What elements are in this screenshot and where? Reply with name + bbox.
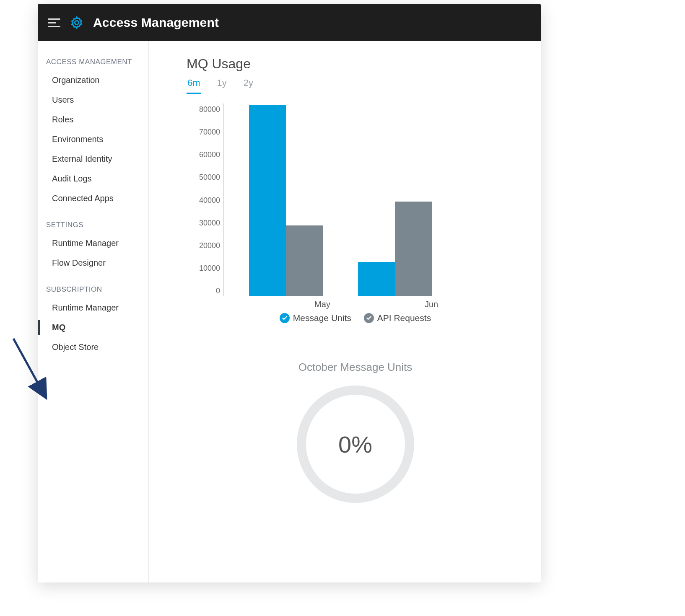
bar	[395, 202, 432, 296]
sidebar-section-settings: SETTINGS	[38, 216, 148, 233]
sidebar-item-label: MQ	[52, 323, 65, 332]
tab-label: 1y	[217, 78, 227, 88]
gear-icon[interactable]	[70, 16, 84, 30]
sidebar-item-audit-logs[interactable]: Audit Logs	[38, 169, 148, 189]
y-tick-label: 70000	[199, 128, 220, 137]
chart-legend: Message Units API Requests	[187, 313, 524, 323]
gauge-value: 0%	[338, 431, 372, 458]
usage-bar-chart: 0100002000030000400005000060000700008000…	[187, 104, 524, 309]
bar	[286, 225, 323, 296]
sidebar-item-label: External Identity	[52, 154, 112, 163]
sidebar-item-label: Environments	[52, 135, 103, 144]
check-circle-icon	[280, 313, 290, 323]
bar-group	[249, 105, 329, 296]
menu-icon[interactable]	[48, 18, 60, 27]
y-tick-label: 50000	[199, 173, 220, 182]
legend-item-api-requests[interactable]: API Requests	[364, 313, 431, 323]
legend-label: Message Units	[293, 313, 351, 323]
sidebar-item-connected-apps[interactable]: Connected Apps	[38, 189, 148, 208]
sidebar-item-roles[interactable]: Roles	[38, 110, 148, 129]
tab-6m[interactable]: 6m	[187, 76, 201, 94]
y-tick-label: 20000	[199, 241, 220, 250]
chart-plot-area	[223, 104, 524, 296]
sidebar-item-runtime-manager-subscription[interactable]: Runtime Manager	[38, 298, 148, 318]
page-title: MQ Usage	[187, 56, 524, 72]
tab-1y[interactable]: 1y	[216, 76, 228, 94]
sidebar-item-label: Connected Apps	[52, 194, 114, 203]
tab-label: 6m	[187, 78, 200, 88]
bar	[358, 262, 395, 296]
y-tick-label: 60000	[199, 150, 220, 159]
gauge-title: October Message Units	[187, 361, 524, 374]
sidebar-item-label: Organization	[52, 75, 99, 85]
main-content: MQ Usage 6m 1y 2y 0100002000030000400005…	[149, 41, 541, 582]
svg-point-0	[75, 21, 78, 24]
app-title: Access Management	[93, 16, 219, 30]
sidebar-item-users[interactable]: Users	[38, 90, 148, 110]
app-window: Access Management ACCESS MANAGEMENT Orga…	[38, 4, 541, 582]
sidebar-section-access-management: ACCESS MANAGEMENT	[38, 53, 148, 70]
y-tick-label: 40000	[199, 196, 220, 204]
time-range-tabs: 6m 1y 2y	[187, 76, 524, 94]
usage-gauge: 0%	[297, 386, 414, 503]
sidebar: ACCESS MANAGEMENT Organization Users Rol…	[38, 41, 149, 582]
y-tick-label: 10000	[199, 264, 220, 272]
y-tick-label: 30000	[199, 218, 220, 227]
y-tick-label: 0	[216, 287, 220, 295]
tab-2y[interactable]: 2y	[243, 76, 254, 94]
app-header: Access Management	[38, 4, 541, 41]
sidebar-item-label: Audit Logs	[52, 174, 92, 183]
chart-y-axis: 0100002000030000400005000060000700008000…	[187, 104, 223, 300]
gauge-section: October Message Units 0%	[187, 361, 524, 503]
legend-item-message-units[interactable]: Message Units	[280, 313, 351, 323]
sidebar-item-organization[interactable]: Organization	[38, 70, 148, 90]
legend-label: API Requests	[377, 313, 431, 323]
sidebar-item-label: Roles	[52, 115, 73, 124]
sidebar-section-subscription: SUBSCRIPTION	[38, 280, 148, 298]
sidebar-item-label: Runtime Manager	[52, 238, 119, 248]
sidebar-item-label: Runtime Manager	[52, 303, 119, 312]
sidebar-item-environments[interactable]: Environments	[38, 129, 148, 149]
sidebar-item-label: Object Store	[52, 342, 99, 352]
sidebar-item-mq[interactable]: MQ	[38, 318, 148, 337]
chart-x-axis: MayJun	[223, 296, 524, 311]
sidebar-item-object-store[interactable]: Object Store	[38, 337, 148, 357]
x-tick-label: Jun	[425, 300, 438, 309]
x-tick-label: May	[314, 300, 330, 309]
sidebar-item-label: Flow Designer	[52, 258, 106, 267]
bar-group	[358, 202, 438, 296]
tab-label: 2y	[244, 78, 253, 88]
sidebar-item-runtime-manager-settings[interactable]: Runtime Manager	[38, 233, 148, 253]
bar	[249, 105, 286, 296]
sidebar-item-external-identity[interactable]: External Identity	[38, 149, 148, 169]
y-tick-label: 80000	[199, 105, 220, 114]
check-circle-icon	[364, 313, 374, 323]
sidebar-item-label: Users	[52, 95, 74, 104]
sidebar-item-flow-designer[interactable]: Flow Designer	[38, 253, 148, 273]
